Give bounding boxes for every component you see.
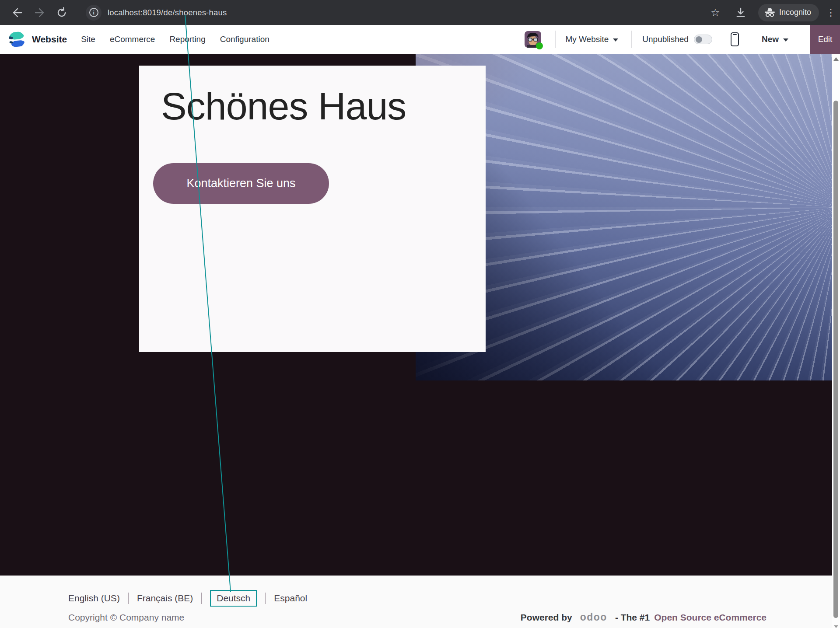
main-menus: Site eCommerce Reporting Configuration <box>81 35 270 44</box>
user-avatar[interactable] <box>525 31 541 48</box>
powered-by-label: Powered by <box>521 612 572 623</box>
odoo-navbar: Website Site eCommerce Reporting Configu… <box>0 25 840 54</box>
navbar-right-cluster: My Website Unpublished New Edit <box>525 25 840 54</box>
website-app-logo-icon[interactable] <box>8 31 26 49</box>
forward-icon[interactable] <box>32 5 47 20</box>
app-title: Website <box>32 34 67 45</box>
divider <box>201 593 202 604</box>
scrollbar-thumb[interactable] <box>833 101 838 618</box>
language-link-french[interactable]: Français (BE) <box>137 593 193 604</box>
new-button[interactable]: New <box>762 35 788 44</box>
copyright-text: Copyright © Company name <box>68 612 184 623</box>
browser-menu-icon[interactable]: ⋮ <box>824 7 837 18</box>
site-info-icon[interactable]: i <box>86 5 102 21</box>
divider <box>265 593 266 604</box>
online-status-dot <box>536 42 543 49</box>
publish-group: Unpublished <box>642 35 712 44</box>
browser-toolbar: i localhost:8019/de/shoenes-haus ☆ Incog… <box>0 0 840 25</box>
tagline-prefix: - The #1 <box>615 612 650 623</box>
language-switcher: English (US) Français (BE) Deutsch Españ… <box>68 589 307 608</box>
menu-site[interactable]: Site <box>81 35 95 44</box>
language-link-german[interactable]: Deutsch <box>210 590 257 607</box>
download-icon[interactable] <box>732 4 749 21</box>
incognito-icon <box>764 7 775 17</box>
browser-actions: ☆ Incognito ⋮ <box>707 4 840 21</box>
footer-bottom-row: Copyright © Company name Powered by odoo… <box>68 611 766 623</box>
contact-us-button[interactable]: Kontaktieren Sie uns <box>153 163 329 204</box>
website-selector[interactable]: My Website <box>565 35 618 44</box>
divider <box>128 593 129 604</box>
scrollbar-track[interactable] <box>832 54 840 628</box>
language-link-english[interactable]: English (US) <box>68 593 120 604</box>
odoo-logo[interactable]: odoo <box>580 611 607 623</box>
reload-icon[interactable] <box>54 5 69 20</box>
publish-state-label: Unpublished <box>642 35 689 44</box>
page-title: Schönes Haus <box>161 84 406 129</box>
scroll-up-icon[interactable] <box>833 57 839 61</box>
incognito-badge[interactable]: Incognito <box>758 4 819 21</box>
mobile-preview-icon[interactable] <box>731 32 739 46</box>
scroll-down-icon[interactable] <box>834 625 838 628</box>
divider <box>631 31 632 48</box>
bookmark-star-icon[interactable]: ☆ <box>707 4 724 21</box>
edit-button[interactable]: Edit <box>810 25 840 54</box>
chevron-down-icon <box>613 38 618 42</box>
menu-reporting[interactable]: Reporting <box>169 35 205 44</box>
menu-ecommerce[interactable]: eCommerce <box>110 35 155 44</box>
open-source-ecommerce-link[interactable]: Open Source eCommerce <box>654 612 766 623</box>
chevron-down-icon <box>783 38 788 42</box>
website-selector-label: My Website <box>565 35 609 44</box>
publish-toggle[interactable] <box>694 35 712 44</box>
page-content: Schönes Haus Kontaktieren Sie uns <box>0 54 840 576</box>
divider <box>555 31 556 48</box>
footer: English (US) Français (BE) Deutsch Españ… <box>0 576 840 628</box>
language-link-spanish[interactable]: Español <box>274 593 307 604</box>
hero-card: Schönes Haus Kontaktieren Sie uns <box>139 66 486 352</box>
back-icon[interactable] <box>10 5 24 20</box>
powered-by: Powered by odoo - The #1 Open Source eCo… <box>521 611 766 623</box>
incognito-label: Incognito <box>779 8 811 17</box>
menu-configuration[interactable]: Configuration <box>220 35 270 44</box>
new-button-label: New <box>762 35 779 44</box>
info-glyph: i <box>89 8 98 17</box>
address-bar[interactable]: localhost:8019/de/shoenes-haus <box>108 8 227 17</box>
